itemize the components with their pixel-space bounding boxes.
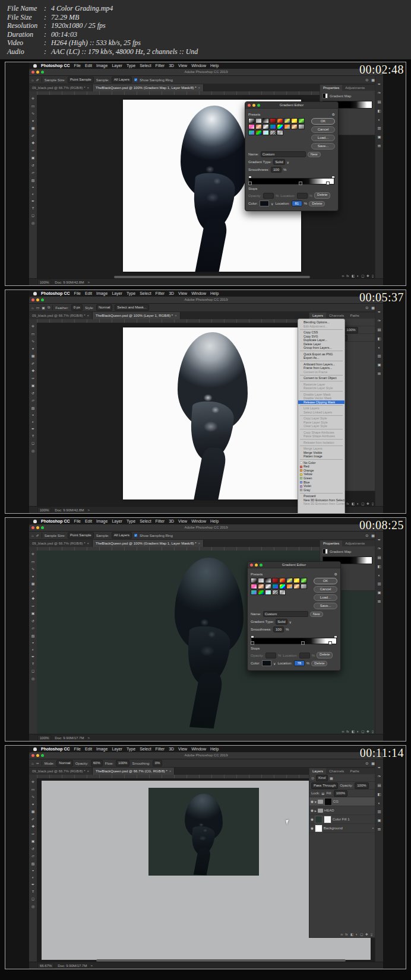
context-menu-item[interactable]: Copy Layer Style bbox=[298, 416, 344, 421]
zoom-window-icon[interactable] bbox=[41, 526, 44, 529]
new-button[interactable]: New bbox=[308, 152, 321, 157]
gradient-preset[interactable] bbox=[251, 584, 257, 589]
gradient-tool[interactable]: ▧ bbox=[31, 634, 35, 638]
close-window-icon[interactable] bbox=[31, 71, 34, 74]
gradient-preset[interactable] bbox=[251, 578, 257, 583]
clone-stamp-tool[interactable]: ▣ bbox=[31, 611, 35, 615]
ok-button[interactable]: OK bbox=[314, 578, 337, 584]
window-titlebar[interactable]: Adobe Photoshop CC 2019 bbox=[29, 69, 383, 76]
layer-style-icon[interactable]: fx bbox=[346, 730, 349, 733]
filter-icons[interactable]: ▦ bbox=[330, 776, 333, 780]
gradient-preset[interactable] bbox=[291, 124, 298, 129]
gradient-preset[interactable] bbox=[258, 590, 264, 595]
layer-name[interactable]: CG bbox=[333, 800, 339, 803]
context-menu-item[interactable] bbox=[300, 459, 343, 460]
stop-location-field[interactable] bbox=[297, 193, 308, 199]
tab-adjustments[interactable]: Adjustments bbox=[342, 540, 368, 546]
search-icon[interactable]: ⊙ bbox=[365, 306, 368, 310]
clone-stamp-tool[interactable]: ▣ bbox=[31, 839, 35, 843]
shape-tool[interactable]: ◻ bbox=[31, 213, 34, 217]
layer-thumbnail[interactable] bbox=[324, 798, 332, 806]
crop-tool[interactable]: ▦ bbox=[31, 809, 35, 813]
new-group-icon[interactable]: ▢ bbox=[361, 502, 364, 505]
gradient-preset[interactable] bbox=[279, 584, 286, 589]
layer-row-head[interactable]: ◉ ▸ HEAD bbox=[309, 806, 375, 815]
eraser-tool[interactable]: ▱ bbox=[31, 626, 34, 630]
tab-properties[interactable]: Properties bbox=[320, 85, 342, 91]
expand-arrow-icon[interactable]: ▾ bbox=[315, 800, 317, 804]
context-menu-item[interactable]: Disable Vector Mask bbox=[298, 396, 344, 400]
search-icon[interactable]: ⊙ bbox=[365, 78, 368, 82]
menu-item[interactable]: View bbox=[178, 63, 187, 68]
history-brush-tool[interactable]: ↺ bbox=[31, 163, 34, 167]
minimize-window-icon[interactable] bbox=[36, 526, 39, 529]
shape-tool[interactable]: ◻ bbox=[31, 669, 34, 673]
document-tab-active[interactable]: TheBlackQueen.psd @ 66.7% (CG, RGB/8) *× bbox=[93, 768, 175, 775]
search-icon[interactable]: ⊙ bbox=[311, 776, 314, 780]
styles-panel-icon[interactable]: ▣ bbox=[377, 362, 381, 367]
move-tool[interactable]: ✛ bbox=[31, 552, 34, 556]
clone-stamp-tool[interactable]: ▣ bbox=[31, 155, 35, 160]
minimize-window-icon[interactable] bbox=[36, 298, 39, 301]
fill-color-thumbnail[interactable] bbox=[315, 816, 323, 823]
close-tab-icon[interactable]: × bbox=[87, 769, 89, 773]
tab-paths[interactable]: Paths bbox=[347, 768, 362, 774]
app-menu[interactable]: Photoshop CC bbox=[41, 63, 70, 68]
color-stop-selected[interactable] bbox=[328, 641, 332, 645]
character-panel-icon[interactable]: ⊞ bbox=[378, 599, 381, 604]
context-menu-item[interactable]: Blending Options... bbox=[298, 320, 344, 324]
adjustments-panel-icon[interactable]: ◧ bbox=[377, 564, 381, 569]
healing-brush-tool[interactable]: ✚ bbox=[31, 596, 34, 600]
menu-item[interactable]: Image bbox=[96, 747, 108, 751]
eraser-tool[interactable]: ▱ bbox=[31, 170, 34, 174]
gradient-preset[interactable] bbox=[265, 578, 271, 583]
menu-item[interactable]: Type bbox=[127, 63, 135, 68]
context-menu-item[interactable] bbox=[300, 381, 343, 381]
close-window-icon[interactable] bbox=[31, 298, 34, 301]
gradient-preset[interactable] bbox=[248, 130, 255, 135]
color-stop[interactable] bbox=[251, 641, 254, 645]
smoothness-field[interactable]: 100 bbox=[271, 167, 282, 173]
sample-dropdown[interactable]: All Layers bbox=[112, 532, 132, 539]
context-menu-item[interactable]: Green bbox=[298, 476, 344, 481]
gradient-preset[interactable] bbox=[255, 118, 262, 123]
search-icon[interactable]: ⊙ bbox=[365, 533, 368, 537]
blend-mode-dropdown[interactable]: Pass Through bbox=[311, 782, 338, 789]
app-menu[interactable]: Photoshop CC bbox=[41, 291, 70, 295]
menu-item[interactable]: Window bbox=[191, 291, 206, 295]
status-chevron-icon[interactable]: > bbox=[87, 508, 90, 512]
context-menu-item[interactable]: Release from Isolation bbox=[298, 441, 344, 445]
close-tab-icon[interactable]: × bbox=[87, 542, 89, 545]
home-icon[interactable]: ⌂ bbox=[31, 762, 34, 765]
context-menu-item[interactable]: Export As... bbox=[298, 356, 344, 360]
styles-panel-icon[interactable]: ▣ bbox=[377, 818, 381, 823]
menu-item[interactable]: Filter bbox=[156, 291, 165, 295]
context-menu-item[interactable]: Convert to Frame bbox=[298, 370, 344, 374]
menu-item[interactable]: Select bbox=[140, 63, 151, 68]
context-menu-item[interactable]: Select Linked Layers bbox=[298, 411, 344, 415]
info-panel-icon[interactable]: ▥ bbox=[377, 809, 381, 814]
context-menu-item[interactable]: Paste Shape Attributes bbox=[298, 434, 344, 438]
gradient-preset[interactable] bbox=[301, 578, 307, 583]
context-menu-item[interactable]: Yellow bbox=[298, 472, 344, 476]
menu-item[interactable]: Help bbox=[210, 747, 219, 751]
menu-item[interactable]: Type bbox=[127, 747, 135, 751]
menu-item[interactable]: Image bbox=[96, 291, 108, 295]
select-and-mask-button[interactable]: Select and Mask... bbox=[115, 304, 148, 311]
color-stop[interactable] bbox=[248, 182, 252, 185]
menu-item[interactable]: 3D bbox=[169, 519, 174, 523]
context-menu-item[interactable]: Group from Layers... bbox=[298, 346, 344, 350]
healing-brush-tool[interactable]: ✚ bbox=[31, 141, 34, 145]
gradient-preset[interactable] bbox=[248, 124, 255, 129]
tab-adjustments[interactable]: Adjustments bbox=[342, 85, 368, 91]
context-menu-item[interactable]: Merge Layers bbox=[298, 447, 344, 451]
menu-item[interactable]: 3D bbox=[169, 291, 174, 295]
selection-new-icon[interactable]: ▣ bbox=[42, 306, 45, 310]
context-menu-item[interactable]: Duplicate Layer... bbox=[298, 338, 344, 342]
context-menu-item[interactable]: Artboard from Layers... bbox=[298, 362, 344, 367]
load-button[interactable]: Load... bbox=[311, 135, 335, 141]
quick-select-tool[interactable]: ✦ bbox=[31, 346, 34, 351]
adjustment-layer-icon[interactable]: ◐ bbox=[356, 933, 358, 936]
close-tab-icon[interactable]: × bbox=[198, 86, 201, 90]
stop-opacity-field[interactable] bbox=[263, 193, 274, 199]
